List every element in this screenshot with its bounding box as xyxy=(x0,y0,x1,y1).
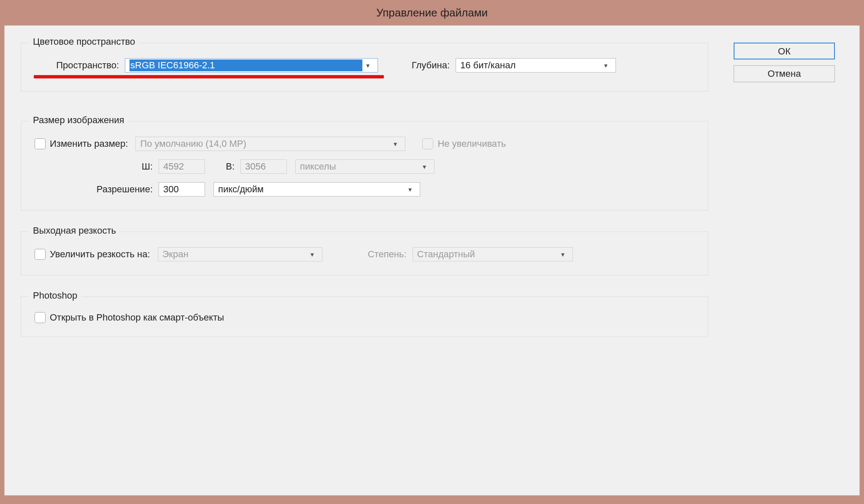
dialog-client: Цветовое пространство Пространство: sRGB… xyxy=(4,25,860,496)
cancel-button[interactable]: Отмена xyxy=(734,65,835,82)
chevron-down-icon: ▾ xyxy=(557,251,568,259)
input-resolution-value: 300 xyxy=(163,184,179,195)
select-sharpen-target[interactable]: Экран ▾ xyxy=(158,247,322,261)
ok-button[interactable]: ОК xyxy=(734,43,835,59)
input-resolution[interactable]: 300 xyxy=(159,182,205,197)
checkbox-sharpen[interactable] xyxy=(35,249,46,260)
select-colorspace-value: sRGB IEC61966-2.1 xyxy=(130,59,362,71)
ok-button-label: ОК xyxy=(778,46,791,57)
select-resize-preset[interactable]: По умолчанию (14,0 MP) ▾ xyxy=(135,137,405,151)
chevron-down-icon: ▾ xyxy=(405,186,416,194)
legend-colorspace: Цветовое пространство xyxy=(29,36,139,47)
input-width[interactable]: 4592 xyxy=(159,159,205,174)
legend-imagesize: Размер изображения xyxy=(29,115,128,126)
legend-photoshop: Photoshop xyxy=(29,290,81,301)
label-resize: Изменить размер: xyxy=(50,138,128,149)
input-height[interactable]: 3056 xyxy=(240,159,287,174)
input-width-value: 4592 xyxy=(163,161,184,172)
cancel-button-label: Отмена xyxy=(768,68,801,79)
label-height: В: xyxy=(213,161,235,172)
label-width: Ш: xyxy=(35,161,153,172)
label-no-enlarge: Не увеличивать xyxy=(437,138,506,149)
chevron-down-icon: ▾ xyxy=(419,163,430,171)
select-res-unit-value: пикс/дюйм xyxy=(218,184,405,195)
select-sharpen-amount-value: Стандартный xyxy=(417,249,557,260)
label-depth: Глубина: xyxy=(391,60,450,71)
checkbox-smart-object[interactable] xyxy=(35,312,46,323)
chevron-down-icon: ▾ xyxy=(362,62,373,70)
select-sharpen-target-value: Экран xyxy=(162,249,307,260)
chevron-down-icon: ▾ xyxy=(307,251,318,259)
select-res-unit[interactable]: пикс/дюйм ▾ xyxy=(213,182,420,197)
checkbox-no-enlarge[interactable] xyxy=(422,138,433,149)
label-space: Пространство: xyxy=(35,60,119,71)
label-resolution: Разрешение: xyxy=(35,184,153,195)
checkbox-resize[interactable] xyxy=(35,138,46,149)
select-resize-preset-value: По умолчанию (14,0 MP) xyxy=(140,138,390,149)
input-height-value: 3056 xyxy=(245,161,266,172)
select-colorspace[interactable]: sRGB IEC61966-2.1 ▾ xyxy=(125,58,378,73)
chevron-down-icon: ▾ xyxy=(600,62,611,70)
groupbox-colorspace: Цветовое пространство Пространство: sRGB… xyxy=(21,43,708,92)
groupbox-sharpen: Выходная резкость Увеличить резкость на:… xyxy=(21,232,708,275)
select-size-unit-value: пикселы xyxy=(300,161,419,172)
window-titlebar: Управление файлами xyxy=(0,0,864,25)
groupbox-photoshop: Photoshop Открыть в Photoshop как смарт-… xyxy=(21,296,708,337)
select-sharpen-amount[interactable]: Стандартный ▾ xyxy=(413,247,573,261)
select-depth-value: 16 бит/канал xyxy=(460,60,600,71)
select-depth[interactable]: 16 бит/канал ▾ xyxy=(456,58,616,73)
groupbox-imagesize: Размер изображения Изменить размер: По у… xyxy=(21,121,708,210)
select-size-unit[interactable]: пикселы ▾ xyxy=(295,159,435,174)
annotation-underline xyxy=(34,75,384,78)
label-sharpen: Увеличить резкость на: xyxy=(50,249,150,260)
window-title: Управление файлами xyxy=(376,6,488,19)
legend-sharpen: Выходная резкость xyxy=(29,225,120,236)
label-smart-object: Открыть в Photoshop как смарт-объекты xyxy=(50,312,224,323)
chevron-down-icon: ▾ xyxy=(390,140,401,148)
label-sharpen-amount: Степень: xyxy=(339,249,407,260)
